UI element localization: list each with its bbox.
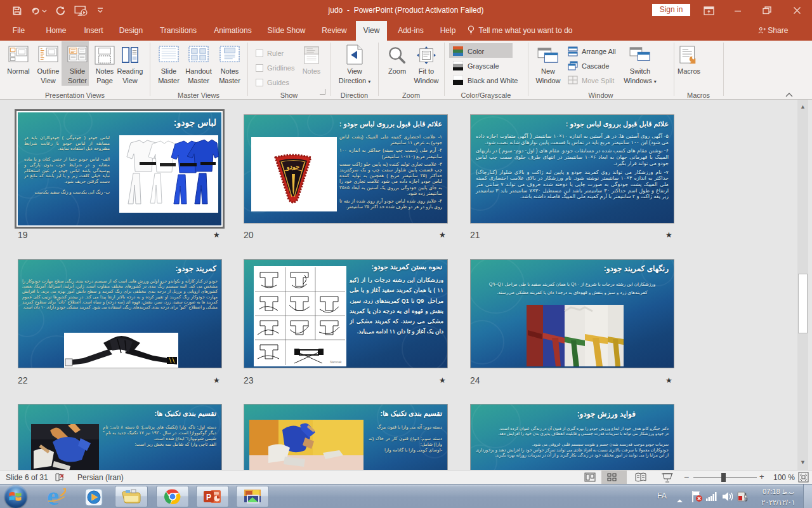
svg-text:P: P xyxy=(206,493,211,502)
svg-text:Namnak: Namnak xyxy=(330,360,342,364)
svg-text:e: e xyxy=(47,488,59,506)
